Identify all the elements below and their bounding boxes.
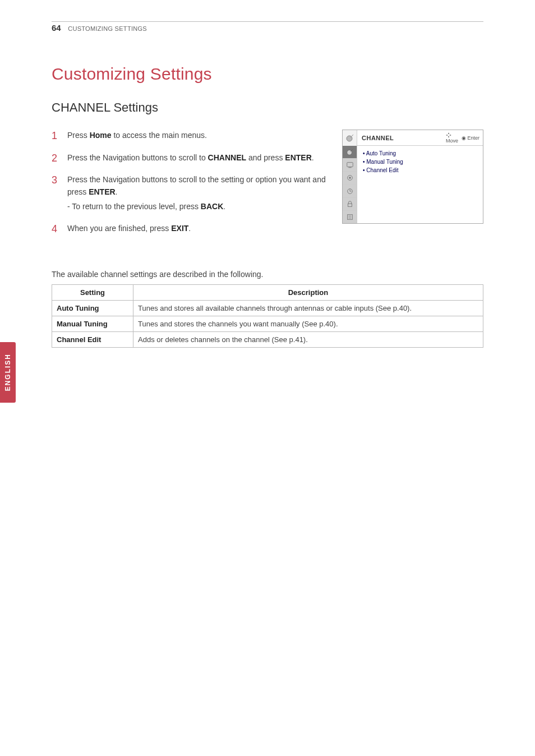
osd-title: CHANNEL — [357, 135, 442, 141]
page-number: 64 — [52, 23, 61, 33]
enter-key: ENTER — [285, 153, 311, 162]
osd-tab-lock[interactable] — [343, 198, 357, 211]
main-title: Customizing Settings — [52, 64, 483, 84]
enter-key: ENTER — [89, 187, 115, 196]
osd-tab-time[interactable] — [343, 185, 357, 198]
step-1: Press Home to access the main menus. — [52, 130, 331, 142]
setting-name: Auto Tuning — [52, 301, 133, 316]
step-3: Press the Navigation buttons to scroll t… — [52, 174, 331, 213]
screen-icon — [346, 161, 354, 169]
svg-point-11 — [349, 177, 351, 179]
osd-tab-picture[interactable] — [343, 159, 357, 172]
step-3-sub: - To return to the previous level, press… — [67, 201, 331, 213]
nav-move-icon — [446, 132, 458, 138]
osd-tab-channel[interactable] — [343, 146, 357, 159]
osd-tab-option[interactable] — [343, 211, 357, 223]
sub-title: CHANNEL Settings — [52, 100, 483, 115]
osd-tabs — [343, 146, 357, 223]
steps-list: Press Home to access the main menus. Pre… — [52, 130, 331, 235]
step-4: When you are finished, press EXIT. — [52, 223, 331, 235]
setting-desc: Tunes and stores the channels you want m… — [133, 316, 483, 332]
page-header: 64 CUSTOMIZING SETTINGS — [52, 21, 483, 33]
svg-rect-8 — [347, 163, 353, 167]
table-intro: The available channel settings are descr… — [52, 270, 483, 279]
svg-rect-16 — [347, 215, 352, 220]
table-row: Manual Tuning Tunes and stores the chann… — [52, 316, 483, 332]
settings-table: Setting Description Auto Tuning Tunes an… — [52, 284, 483, 348]
osd-enter-hint: ◉ Enter — [462, 135, 479, 141]
language-side-tab: ENGLISH — [0, 342, 16, 403]
setting-name: Channel Edit — [52, 332, 133, 348]
svg-rect-9 — [348, 168, 351, 168]
section-name: CUSTOMIZING SETTINGS — [68, 25, 147, 32]
lock-icon — [346, 200, 354, 208]
setting-desc: Adds or deletes channels on the channel … — [133, 332, 483, 348]
table-row: Auto Tuning Tunes and stores all availab… — [52, 301, 483, 316]
enter-dot-icon: ◉ — [462, 135, 466, 141]
option-icon — [346, 213, 354, 221]
osd-item-channel-edit[interactable]: Channel Edit — [363, 166, 477, 174]
dish-icon — [343, 130, 357, 146]
osd-preview: CHANNEL Move ◉ Enter — [342, 130, 483, 224]
osd-item-auto-tuning[interactable]: Auto Tuning — [363, 149, 477, 158]
page-content: Customizing Settings CHANNEL Settings Pr… — [52, 64, 483, 348]
col-description: Description — [133, 285, 483, 301]
exit-key: EXIT — [171, 224, 188, 233]
osd-header: CHANNEL Move ◉ Enter — [343, 130, 483, 146]
language-label: ENGLISH — [4, 353, 12, 391]
channel-key: CHANNEL — [208, 153, 246, 162]
osd-move-hint: Move — [446, 132, 458, 144]
home-key: Home — [90, 131, 112, 140]
setting-name: Manual Tuning — [52, 316, 133, 332]
svg-marker-5 — [450, 135, 451, 136]
col-setting: Setting — [52, 285, 133, 301]
svg-marker-4 — [446, 135, 448, 136]
svg-marker-2 — [448, 132, 449, 134]
osd-tab-audio[interactable] — [343, 172, 357, 185]
speaker-icon — [346, 174, 354, 182]
osd-menu-list: Auto Tuning Manual Tuning Channel Edit — [357, 146, 483, 223]
step-2: Press the Navigation buttons to scroll t… — [52, 152, 331, 164]
clock-icon — [346, 187, 354, 195]
setting-desc: Tunes and stores all available channels … — [133, 301, 483, 316]
svg-rect-15 — [348, 204, 352, 206]
dish-icon — [346, 148, 354, 156]
back-key: BACK — [201, 202, 223, 211]
osd-item-manual-tuning[interactable]: Manual Tuning — [363, 158, 477, 166]
table-row: Channel Edit Adds or deletes channels on… — [52, 332, 483, 348]
